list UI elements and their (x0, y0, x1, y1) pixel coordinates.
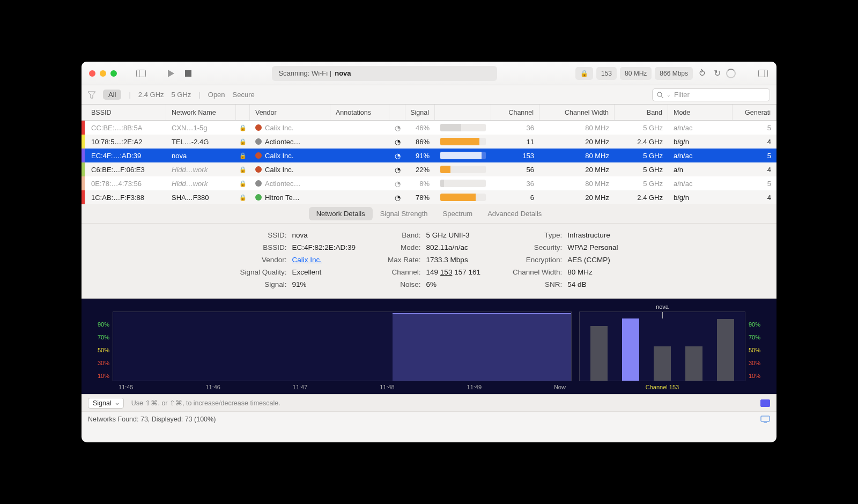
cell-mode: a/n/ac (668, 176, 733, 190)
signal-area (393, 313, 571, 381)
tab-advanced[interactable]: Advanced Details (480, 207, 549, 220)
col-band[interactable]: Band (615, 105, 668, 120)
lock-icon: 🔒 (236, 190, 250, 204)
cell-vendor: Actiontec… (250, 135, 330, 149)
mini-xlabel: Channel 153 (580, 384, 745, 390)
filter-all[interactable]: All (103, 90, 121, 100)
detail-bssid: EC:4F:82:2E:AD:39 (292, 243, 356, 251)
cell-vendor: Calix Inc. (250, 162, 330, 176)
col-vendor[interactable]: Vendor (250, 105, 330, 120)
table-row[interactable]: CC:BE:…:8B:5ACXN…1-5g🔒Calix Inc.◔46%3680… (82, 121, 776, 135)
col-gen[interactable]: Generati (733, 105, 776, 120)
cell-channel: 6 (491, 190, 539, 204)
detail-snr: 54 dB (567, 280, 618, 288)
col-name[interactable]: Network Name (166, 105, 236, 120)
cell-bssid: C6:BE:…F:06:E3 (86, 162, 166, 176)
cell-mode: a/n/ac (668, 149, 733, 162)
window-controls (89, 70, 117, 77)
detail-cw: 80 MHz (567, 268, 618, 276)
svg-line-8 (661, 96, 663, 98)
gauge-icon: ◔ (389, 135, 405, 149)
metric-select[interactable]: Signal (88, 398, 124, 409)
detail-mode: 802.11a/n/ac (426, 243, 480, 251)
svg-rect-0 (137, 70, 146, 77)
col-cw[interactable]: Channel Width (539, 105, 615, 120)
search-placeholder: Filter (674, 91, 690, 99)
cell-name: CXN…1-5g (166, 121, 236, 135)
lock-icon: 🔒 (236, 176, 250, 190)
detail-encryption: AES (CCMP) (567, 256, 618, 264)
close-icon[interactable] (89, 70, 95, 77)
cell-name: Hidd…work (166, 176, 236, 190)
table-row[interactable]: 1C:AB:…F:F3:88SHA…F380🔒Hitron Te…◔78%620… (82, 190, 776, 204)
svg-rect-3 (185, 70, 191, 77)
cell-vendor: Calix Inc. (250, 149, 330, 162)
channel-bar (590, 326, 608, 381)
cell-signal: 86% (405, 135, 435, 149)
tab-details[interactable]: Network Details (309, 207, 373, 220)
minimize-icon[interactable] (100, 70, 106, 77)
table-row[interactable]: 0E:78:…4:73:56Hidd…work🔒Actiontec…◔8%368… (82, 176, 776, 190)
panel-toggle-icon[interactable] (757, 68, 769, 79)
search-input[interactable]: ⌄ Filter (652, 88, 770, 101)
tab-strength[interactable]: Signal Strength (373, 207, 435, 220)
detail-noise: 6% (426, 280, 480, 288)
link-icon[interactable]: ⥁ (696, 68, 708, 79)
channel-bar (654, 346, 671, 381)
cell-gen: 4 (733, 135, 776, 149)
col-channel[interactable]: Channel (491, 105, 539, 120)
cell-name: SHA…F380 (166, 190, 236, 204)
filter-secure[interactable]: Secure (233, 91, 255, 99)
filter-24ghz[interactable]: 2.4 GHz (138, 91, 164, 99)
cell-channel: 36 (491, 176, 539, 190)
play-icon[interactable] (165, 68, 177, 79)
gauge-icon: ◔ (389, 176, 405, 190)
col-annot[interactable]: Annotations (330, 105, 389, 120)
filter-bar: All | 2.4 GHz 5 GHz | Open Secure ⌄ Filt… (82, 85, 776, 105)
spinner-icon (726, 69, 736, 78)
display-icon[interactable] (760, 416, 770, 423)
cell-bssid: 10:78:5…:2E:A2 (86, 135, 166, 149)
funnel-icon[interactable] (88, 91, 95, 99)
svg-rect-9 (761, 416, 770, 421)
cell-cw: 80 MHz (539, 121, 615, 135)
gauge-icon: ◔ (389, 190, 405, 204)
detail-rate: 1733.3 Mbps (426, 256, 480, 264)
cell-vendor: Hitron Te… (250, 190, 330, 204)
color-swatch[interactable] (760, 399, 770, 407)
cell-channel: 36 (491, 121, 539, 135)
scan-status: Scanning: Wi-Fi | (278, 69, 331, 77)
channel-bar-chart[interactable]: nova Channel 153 (579, 312, 745, 381)
detail-channel: 149 153 157 161 (426, 268, 480, 276)
col-signal[interactable]: Signal (405, 105, 435, 120)
detail-tabs: Network Details Signal Strength Spectrum… (82, 204, 776, 224)
channel-bar (685, 346, 702, 381)
cell-gen: 4 (733, 190, 776, 204)
refresh-icon[interactable]: ↻ (711, 68, 723, 79)
gauge-icon: ◔ (389, 121, 405, 135)
table-row[interactable]: EC:4F:…:AD:39nova🔒Calix Inc.◔91%15380 MH… (82, 149, 776, 162)
detail-vendor-link[interactable]: Calix Inc. (292, 256, 322, 264)
cell-gen: 5 (733, 121, 776, 135)
stop-icon[interactable] (182, 68, 194, 79)
width-badge: 80 MHz (620, 67, 652, 80)
filter-5ghz[interactable]: 5 GHz (172, 91, 191, 99)
cell-mode: b/g/n (668, 135, 733, 149)
cell-signal: 78% (405, 190, 435, 204)
timescale-hint: Use ⇧⌘. or ⇧⌘, to increase/decrease time… (131, 399, 280, 407)
detail-signal: 91% (292, 280, 356, 288)
table-row[interactable]: 10:78:5…:2E:A2TEL…-2.4G🔒Actiontec…◔86%11… (82, 135, 776, 149)
chart-area: 90%70%50%30%10% 11:4511:4611:4711:4811:4… (82, 299, 776, 394)
signal-timeline-chart[interactable]: 11:4511:4611:4711:4811:49Now (113, 312, 572, 381)
cell-bssid: 0E:78:…4:73:56 (86, 176, 166, 190)
sidebar-toggle-icon[interactable] (135, 68, 147, 79)
zoom-icon[interactable] (110, 70, 117, 77)
col-bssid[interactable]: BSSID (86, 105, 166, 120)
col-mode[interactable]: Mode (668, 105, 733, 120)
filter-open[interactable]: Open (208, 91, 225, 99)
cell-band: 2.4 GHz (615, 135, 668, 149)
table-row[interactable]: C6:BE:…F:06:E3Hidd…work🔒Calix Inc.◔22%56… (82, 162, 776, 176)
tab-spectrum[interactable]: Spectrum (435, 207, 480, 220)
app-window: Scanning: Wi-Fi | nova 🔒 153 80 MHz 866 … (82, 62, 776, 442)
detail-band: 5 GHz UNII-3 (426, 231, 480, 239)
